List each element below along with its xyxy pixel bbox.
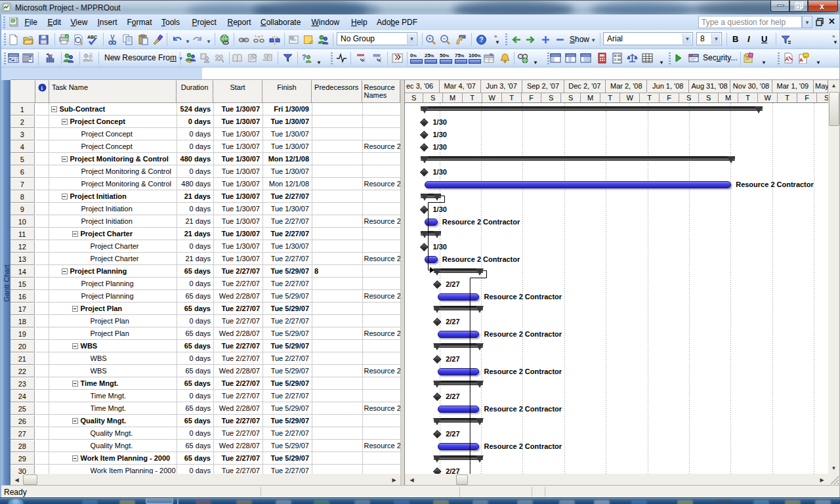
- svg-text:?: ?: [302, 53, 306, 61]
- svg-text:A: A: [799, 57, 803, 63]
- svg-text:Gantt Chart: Gantt Chart: [3, 264, 10, 302]
- svg-text:?: ?: [479, 36, 483, 43]
- svg-text:%: %: [490, 52, 494, 56]
